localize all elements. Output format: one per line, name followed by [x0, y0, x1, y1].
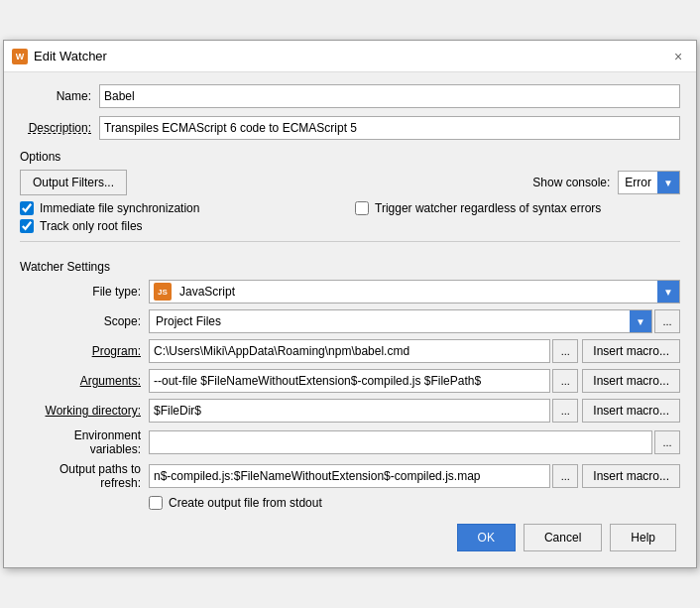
- show-console-label: Show console:: [532, 176, 610, 189]
- immediate-sync-label: Immediate file synchronization: [40, 201, 199, 215]
- create-output-checkbox[interactable]: [149, 496, 163, 510]
- program-row: Program: ... Insert macro...: [20, 339, 680, 363]
- env-vars-browse-button[interactable]: ...: [654, 430, 680, 454]
- create-output-checkbox-row[interactable]: Create output file from stdout: [149, 496, 680, 510]
- description-row: Description:: [20, 116, 680, 140]
- output-paths-row: Output paths to refresh: ... Insert macr…: [20, 462, 680, 490]
- file-type-row: File type: JS JavaScript ▼: [20, 280, 680, 304]
- show-console-group: Show console: Error ▼: [532, 171, 680, 194]
- options-checkboxes-row2: Track only root files: [20, 219, 680, 233]
- name-row: Name:: [20, 84, 680, 108]
- immediate-sync-row[interactable]: Immediate file synchronization: [20, 201, 345, 215]
- options-top-row: Output Filters... Show console: Error ▼: [20, 170, 680, 195]
- scope-dropdown[interactable]: Project Files ▼: [149, 309, 652, 333]
- track-root-checkbox[interactable]: [20, 219, 34, 233]
- options-checkboxes-row1: Immediate file synchronization Trigger w…: [20, 201, 680, 215]
- scope-label: Scope:: [20, 314, 149, 328]
- output-filters-button[interactable]: Output Filters...: [20, 170, 127, 195]
- output-paths-input[interactable]: [149, 464, 550, 488]
- cancel-button[interactable]: Cancel: [524, 524, 602, 551]
- name-input[interactable]: [99, 84, 680, 108]
- program-label: Program:: [20, 344, 149, 358]
- dialog-icon: W: [12, 49, 28, 64]
- ok-button[interactable]: OK: [457, 524, 516, 551]
- options-section: Output Filters... Show console: Error ▼ …: [20, 170, 680, 233]
- scope-arrow-button[interactable]: ▼: [630, 310, 651, 332]
- watcher-settings-section: Watcher Settings File type: JS JavaScrip…: [20, 241, 680, 510]
- show-console-dropdown[interactable]: Error ▼: [618, 171, 680, 194]
- scope-browse-button[interactable]: ...: [654, 309, 680, 333]
- output-paths-label: Output paths to refresh:: [20, 462, 149, 490]
- file-type-dropdown[interactable]: JS JavaScript ▼: [149, 280, 680, 304]
- working-dir-insert-macro-button[interactable]: Insert macro...: [582, 399, 680, 423]
- dialog-title: Edit Watcher: [34, 49, 107, 63]
- arguments-row: Arguments: ... Insert macro...: [20, 369, 680, 393]
- working-dir-input[interactable]: [149, 399, 550, 423]
- title-bar: W Edit Watcher ×: [4, 41, 696, 72]
- arguments-label: Arguments:: [20, 374, 149, 388]
- arguments-insert-macro-button[interactable]: Insert macro...: [582, 369, 680, 393]
- working-dir-label: Working directory:: [20, 404, 149, 418]
- dialog-buttons: OK Cancel Help: [20, 524, 680, 551]
- output-paths-browse-button[interactable]: ...: [552, 464, 578, 488]
- options-section-label: Options: [20, 150, 680, 164]
- create-output-row: Create output file from stdout: [149, 496, 680, 510]
- program-input[interactable]: [149, 339, 550, 363]
- description-input[interactable]: [99, 116, 680, 140]
- create-output-label: Create output file from stdout: [169, 496, 322, 510]
- file-type-text: JavaScript: [175, 285, 657, 299]
- env-vars-input[interactable]: [149, 430, 652, 454]
- watcher-settings-label: Watcher Settings: [20, 260, 680, 274]
- arguments-input[interactable]: [149, 369, 550, 393]
- arguments-browse-button[interactable]: ...: [552, 369, 578, 393]
- working-dir-row: Working directory: ... Insert macro...: [20, 399, 680, 423]
- close-button[interactable]: ×: [668, 47, 688, 66]
- trigger-watcher-row[interactable]: Trigger watcher regardless of syntax err…: [355, 201, 680, 215]
- trigger-watcher-label: Trigger watcher regardless of syntax err…: [375, 201, 601, 215]
- track-root-row[interactable]: Track only root files: [20, 219, 680, 233]
- program-insert-macro-button[interactable]: Insert macro...: [582, 339, 680, 363]
- program-browse-button[interactable]: ...: [552, 339, 578, 363]
- immediate-sync-checkbox[interactable]: [20, 201, 34, 215]
- file-type-label: File type:: [20, 285, 149, 299]
- dialog-content: Name: Description: Options Output Filter…: [4, 72, 696, 567]
- trigger-watcher-checkbox[interactable]: [355, 201, 369, 215]
- env-vars-row: Environment variables: ...: [20, 428, 680, 456]
- scope-text: Project Files: [150, 314, 630, 328]
- name-label: Name:: [20, 89, 99, 103]
- title-bar-left: W Edit Watcher: [12, 49, 107, 64]
- edit-watcher-dialog: W Edit Watcher × Name: Description: Opti…: [3, 40, 697, 568]
- working-dir-browse-button[interactable]: ...: [552, 399, 578, 423]
- file-type-arrow-button[interactable]: ▼: [657, 281, 679, 303]
- output-paths-insert-macro-button[interactable]: Insert macro...: [582, 464, 680, 488]
- show-console-value: Error: [619, 176, 657, 189]
- help-button[interactable]: Help: [610, 524, 676, 551]
- file-type-icon: JS: [154, 283, 172, 301]
- description-label: Description:: [20, 121, 99, 135]
- show-console-arrow[interactable]: ▼: [657, 172, 679, 193]
- env-vars-label: Environment variables:: [20, 428, 149, 456]
- track-root-label: Track only root files: [40, 219, 143, 233]
- scope-row: Scope: Project Files ▼ ...: [20, 309, 680, 333]
